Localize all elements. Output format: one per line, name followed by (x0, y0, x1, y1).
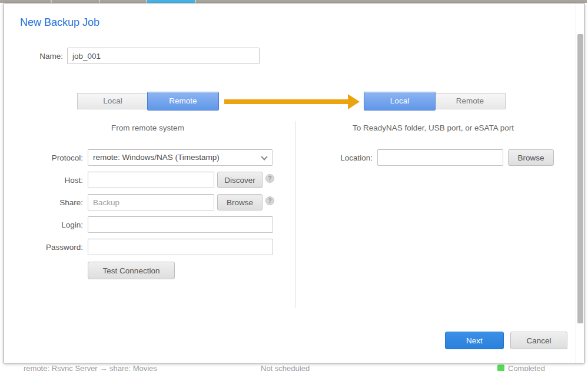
protocol-selected-value: remote: Windows/NAS (Timestamp) (93, 153, 220, 162)
status-completed-icon (497, 365, 504, 371)
section-divider (295, 121, 295, 308)
name-label: Name: (16, 52, 63, 61)
job-name-input[interactable] (67, 48, 260, 64)
test-connection-button[interactable]: Test Connection (88, 262, 175, 279)
background-table-row: remote: Rsync Server → share: Movies Not… (0, 364, 588, 371)
share-help-icon[interactable]: ? (265, 196, 274, 205)
source-local-button[interactable]: Local (77, 93, 148, 109)
destination-local-button[interactable]: Local (364, 92, 436, 111)
host-input[interactable] (88, 172, 214, 188)
location-label: Location: (322, 153, 373, 162)
login-label: Login: (16, 220, 83, 229)
chevron-down-icon (262, 155, 267, 159)
source-remote-button[interactable]: Remote (147, 92, 219, 111)
backup-job-source-text: remote: Rsync Server → share: Movies (24, 364, 157, 371)
share-label: Share: (16, 198, 83, 207)
login-input[interactable] (88, 216, 273, 233)
source-section-heading: From remote system (59, 123, 236, 132)
share-browse-button[interactable]: Browse (217, 194, 263, 210)
destination-section-heading: To ReadyNAS folder, USB port, or eSATA p… (318, 123, 548, 132)
dialog-title: New Backup Job (20, 16, 99, 29)
password-label: Password: (16, 243, 83, 252)
protocol-label: Protocol: (16, 153, 83, 162)
password-input[interactable] (88, 239, 273, 255)
discover-button[interactable]: Discover (217, 172, 263, 188)
host-label: Host: (16, 176, 83, 185)
destination-remote-button[interactable]: Remote (434, 93, 506, 109)
location-browse-button[interactable]: Browse (508, 149, 554, 166)
scrollbar-thumb[interactable] (577, 34, 583, 323)
share-input[interactable] (88, 194, 214, 210)
source-toggle-group: Local Remote (77, 93, 219, 109)
location-input[interactable] (377, 149, 503, 166)
destination-toggle-group: Local Remote (364, 93, 506, 109)
host-help-icon[interactable]: ? (265, 174, 274, 183)
scrollbar-track (576, 4, 576, 363)
protocol-select[interactable]: remote: Windows/NAS (Timestamp) (88, 149, 273, 166)
flow-arrow-shaft (224, 99, 349, 104)
flow-arrow-icon (348, 94, 360, 109)
backup-job-status-text: Completed (508, 364, 545, 371)
new-backup-job-dialog: New Backup Job Name: Local Remote Local … (4, 3, 584, 363)
next-button[interactable]: Next (445, 332, 504, 349)
backup-job-schedule-text: Not scheduled (261, 364, 310, 371)
cancel-button[interactable]: Cancel (510, 332, 567, 349)
